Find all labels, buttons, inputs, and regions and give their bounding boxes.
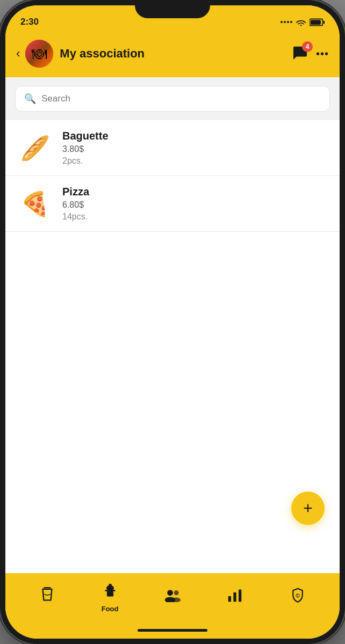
svg-rect-6 [106,591,113,597]
nav-item-stats[interactable] [204,588,266,608]
svg-rect-3 [44,587,51,588]
drinks-icon [40,587,54,607]
svg-text:©: © [296,592,300,599]
svg-rect-5 [105,590,115,591]
header-actions: 4 ••• [291,46,329,62]
food-item-baguette[interactable]: 🥖 Baguette 3.80$ 2pcs. [5,120,340,176]
baguette-price: 3.80$ [62,144,109,154]
svg-rect-7 [109,584,111,586]
food-nav-icon [103,583,118,603]
search-container: 🔍 [5,77,340,120]
baguette-qty: 2pcs. [62,156,109,166]
status-icons [281,18,325,26]
food-item-pizza[interactable]: 🍕 Pizza 6.80$ 14pcs. [5,176,340,232]
battery-icon [310,18,325,26]
pizza-name: Pizza [62,186,89,198]
svg-point-11 [172,597,181,602]
screen: 2:30 ‹ [5,5,340,639]
search-input[interactable] [41,93,321,104]
fab-container: + [291,492,325,525]
svg-rect-14 [239,589,241,602]
content-area: 🔍 🥖 Baguette 3.80$ 2pcs. 🍕 [5,77,340,573]
nav-item-drinks[interactable] [16,587,78,609]
wifi-icon [296,18,306,26]
svg-rect-12 [228,596,231,602]
header: ‹ My association 4 ••• [5,34,340,77]
avatar [25,40,53,68]
notch [135,0,210,18]
phone-frame: 2:30 ‹ [0,0,345,644]
shield-icon: © [291,588,305,606]
search-box: 🔍 [15,86,330,112]
page-title: My association [60,47,291,61]
signal-icon [281,21,292,23]
nav-item-shield[interactable]: © [267,588,329,609]
svg-point-9 [174,590,179,595]
pizza-image: 🍕 [16,189,54,218]
baguette-name: Baguette [62,130,109,142]
svg-rect-13 [234,592,236,602]
nav-item-food[interactable]: Food [78,583,141,613]
pizza-qty: 14pcs. [62,212,89,222]
stats-icon [227,588,242,606]
avatar-image [25,40,53,68]
baguette-image: 🥖 [16,133,54,163]
home-bar [138,629,207,632]
more-button[interactable]: ••• [316,48,329,60]
svg-rect-2 [311,20,321,25]
svg-point-8 [167,590,173,596]
notification-badge: 4 [302,41,313,52]
baguette-info: Baguette 3.80$ 2pcs. [62,130,109,166]
search-icon: 🔍 [24,93,36,105]
pizza-price: 6.80$ [62,200,89,210]
back-button[interactable]: ‹ [16,47,20,61]
svg-rect-1 [323,20,325,23]
pizza-info: Pizza 6.80$ 14pcs. [62,186,89,222]
notifications-button[interactable]: 4 [291,46,308,62]
people-icon [164,588,181,606]
status-time: 2:30 [20,17,39,27]
nav-item-people[interactable] [141,588,204,608]
home-indicator [5,621,340,639]
add-button[interactable]: + [291,492,325,525]
nav-label-food: Food [102,605,119,613]
food-list: 🥖 Baguette 3.80$ 2pcs. 🍕 Pizza 6.80$ 14p… [5,120,340,573]
bottom-nav: Food [5,573,340,621]
